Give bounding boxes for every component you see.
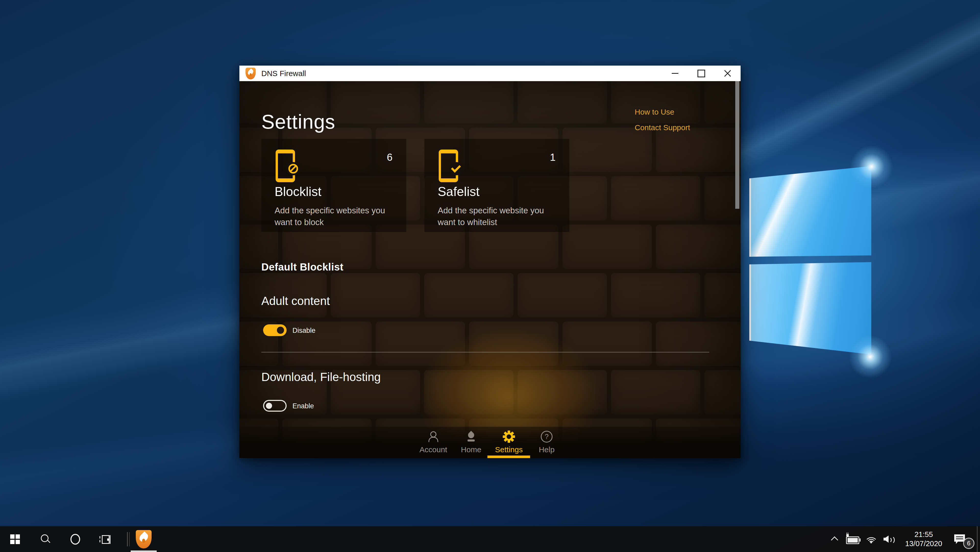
task-view-icon — [100, 534, 111, 545]
search-icon — [40, 534, 51, 545]
battery-button[interactable] — [843, 526, 862, 552]
safelist-card-description: Add the specific website you want to whi… — [438, 205, 560, 228]
clock-date: 13/07/2020 — [905, 540, 942, 548]
download-filehosting-toggle[interactable] — [263, 400, 286, 412]
blocklist-count: 6 — [387, 151, 393, 163]
section-divider — [261, 352, 709, 352]
start-button[interactable] — [0, 526, 30, 552]
blocklist-card-description: Add the specific websites you want to bl… — [275, 205, 397, 228]
app-window: DNS Firewall Settings How to Use Contact… — [239, 65, 741, 458]
action-center-button[interactable]: 6 — [949, 526, 977, 552]
phone-check-icon — [439, 150, 458, 182]
gear-icon — [503, 431, 515, 442]
contact-support-link[interactable]: Contact Support — [635, 123, 690, 132]
person-icon — [428, 431, 439, 442]
dns-firewall-app-icon — [136, 530, 151, 549]
close-icon — [724, 70, 732, 77]
minimize-button[interactable] — [662, 65, 688, 81]
windows-logo-icon — [10, 535, 20, 544]
download-filehosting-label: Download, File-hosting — [261, 370, 381, 384]
search-button[interactable] — [30, 526, 60, 552]
taskbar: 21:55 13/07/2020 6 — [0, 526, 980, 552]
block-badge-icon — [288, 164, 298, 173]
adult-content-label: Adult content — [261, 294, 330, 308]
minimize-icon — [672, 73, 678, 74]
safelist-card-title: Safelist — [438, 184, 479, 199]
network-button[interactable] — [862, 526, 880, 552]
system-tray: 21:55 13/07/2020 6 — [826, 526, 980, 552]
volume-button[interactable] — [880, 526, 899, 552]
nav-label-settings: Settings — [495, 445, 523, 454]
nav-item-home[interactable]: Home — [452, 427, 490, 458]
cortana-icon — [70, 534, 80, 545]
active-tab-underline — [487, 455, 530, 458]
task-view-button[interactable] — [90, 526, 121, 552]
adult-content-toggle[interactable] — [263, 325, 286, 336]
speaker-icon — [883, 535, 895, 544]
chevron-up-icon — [831, 536, 838, 543]
nav-item-settings[interactable]: Settings — [490, 427, 528, 458]
settings-page: Settings How to Use Contact Support 6 Bl… — [239, 81, 741, 458]
window-titlebar: DNS Firewall — [239, 65, 741, 81]
taskbar-clock[interactable]: 21:55 13/07/2020 — [899, 526, 949, 552]
blocklist-card[interactable]: 6 Blocklist Add the specific websites yo… — [261, 139, 406, 232]
page-title: Settings — [261, 110, 335, 134]
battery-charging-icon — [846, 536, 859, 544]
list-cards: 6 Blocklist Add the specific websites yo… — [261, 139, 570, 232]
windows-logo-pane-top — [749, 166, 871, 257]
header-links: How to Use Contact Support — [635, 108, 690, 132]
flame-icon — [465, 431, 477, 442]
window-title: DNS Firewall — [261, 69, 306, 78]
adult-content-toggle-label: Disable — [293, 327, 315, 334]
how-to-use-link[interactable]: How to Use — [635, 108, 690, 116]
nav-item-account[interactable]: Account — [414, 427, 452, 458]
maximize-button[interactable] — [688, 65, 714, 81]
plug-icon — [846, 534, 849, 536]
dns-firewall-taskbar-button[interactable] — [129, 526, 159, 552]
windows-logo-pane-bottom — [749, 262, 871, 355]
nav-label-help: Help — [539, 445, 555, 454]
nav-item-help[interactable]: ? Help — [528, 427, 566, 458]
close-button[interactable] — [714, 65, 741, 81]
clock-time: 21:55 — [915, 531, 933, 539]
cortana-button[interactable] — [60, 526, 90, 552]
bottom-navbar: Account Home Settings ? Help — [239, 427, 741, 458]
taskbar-separator — [127, 532, 127, 546]
nav-label-account: Account — [420, 445, 447, 454]
running-app-indicator — [130, 550, 157, 552]
tray-overflow-button[interactable] — [826, 526, 843, 552]
wifi-icon — [865, 535, 877, 544]
app-logo-shield-icon — [245, 68, 256, 80]
maximize-icon — [697, 70, 705, 77]
show-desktop-button[interactable] — [977, 526, 980, 552]
blocklist-card-title: Blocklist — [275, 184, 321, 199]
safelist-count: 1 — [550, 151, 555, 163]
help-icon: ? — [541, 431, 552, 442]
phone-block-icon — [275, 150, 295, 182]
nav-label-home: Home — [461, 445, 481, 454]
notification-badge: 6 — [963, 538, 974, 549]
default-blocklist-heading: Default Blocklist — [261, 261, 344, 273]
download-filehosting-toggle-label: Enable — [293, 402, 314, 410]
safelist-card[interactable]: 1 Safelist Add the specific website you … — [425, 139, 570, 232]
check-badge-icon — [451, 162, 461, 172]
scrollbar-thumb[interactable] — [735, 81, 739, 209]
